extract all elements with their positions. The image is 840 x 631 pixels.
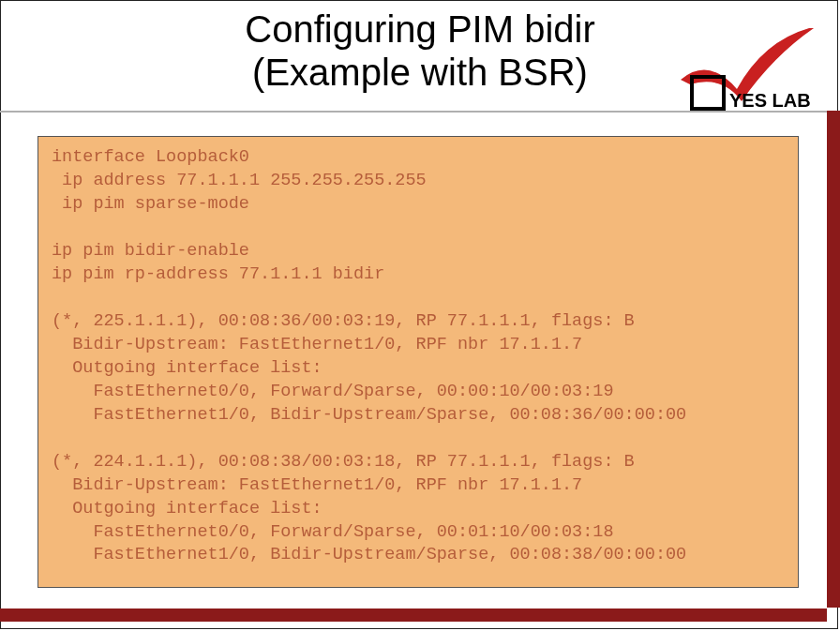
decor-bar-right <box>827 111 840 608</box>
slide: Configuring PIM bidir (Example with BSR)… <box>0 0 840 631</box>
decor-bar-bottom <box>0 608 827 622</box>
code-box: interface Loopback0 ip address 77.1.1.1 … <box>38 136 799 588</box>
logo-text: YES LAB <box>729 90 811 111</box>
header-divider <box>0 111 827 113</box>
yes-lab-logo: YES LAB <box>652 28 831 113</box>
